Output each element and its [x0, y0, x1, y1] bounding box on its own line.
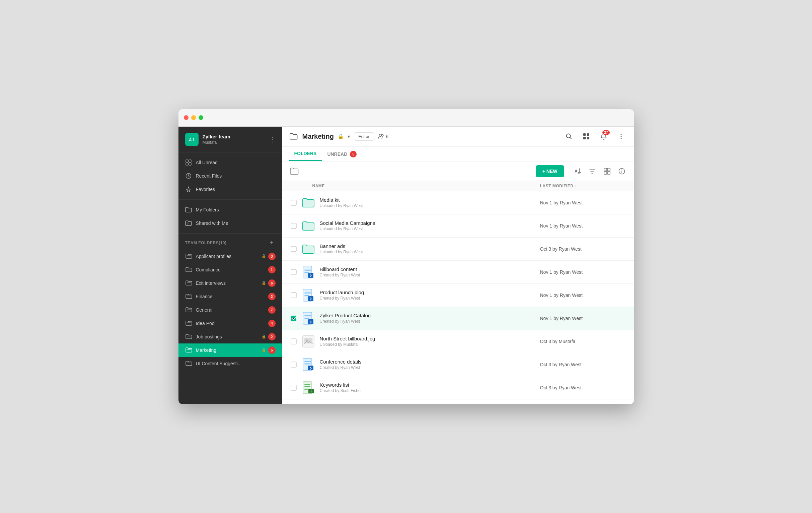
file-modified-date: Nov 1 by Ryan West [540, 293, 627, 298]
clock-icon [185, 172, 192, 179]
app-window: ZT Zylker team Mustafa ⋮ [178, 109, 634, 404]
file-info: Social Media CampaignsUploaded by Ryan W… [320, 220, 540, 231]
workspace-details: Zylker team Mustafa [203, 134, 230, 145]
svg-rect-23 [291, 200, 296, 206]
file-checkbox[interactable] [289, 383, 298, 393]
file-row[interactable]: Keywords listCreated by Scott FisherOct … [282, 376, 634, 399]
file-checkbox[interactable] [289, 221, 298, 231]
shared-with-me-label: Shared with Me [196, 220, 228, 226]
personal-folders: My Folders Shared with Me [178, 200, 282, 234]
close-dot[interactable] [184, 115, 188, 120]
file-checkbox[interactable] [289, 244, 298, 254]
workspace-header: ZT Zylker team Mustafa ⋮ [178, 127, 282, 153]
file-name: Media kit [320, 197, 540, 203]
file-subtitle: Created by Ryan West [320, 296, 540, 301]
new-button[interactable]: + NEW [536, 165, 564, 177]
file-list-header: NAME LAST MODIFIED ↓ [282, 181, 634, 191]
tab-unread[interactable]: UNREAD 5 [322, 147, 362, 162]
file-checkbox[interactable] [289, 314, 298, 323]
sidebar-folder-ui-content[interactable]: UI Content Suggesti... [178, 357, 282, 370]
sidebar-item-recent-files[interactable]: Recent Files [178, 169, 282, 183]
file-name: Billboard content [320, 266, 540, 272]
folder-badge: 2 [268, 333, 276, 341]
tab-unread-label: UNREAD [327, 152, 347, 157]
file-modified-date: Oct 3 by Ryan West [540, 362, 627, 367]
info-button[interactable] [616, 166, 627, 177]
tab-folders[interactable]: FOLDERS [289, 147, 322, 161]
workspace-menu-button[interactable]: ⋮ [269, 136, 276, 143]
file-checkbox[interactable] [289, 360, 298, 369]
header-chevron-icon[interactable]: ▾ [348, 134, 350, 139]
file-type-icon [302, 335, 315, 348]
notifications-button[interactable]: 27 [598, 130, 610, 142]
svg-rect-3 [189, 163, 191, 165]
file-info: Keywords listCreated by Scott Fisher [320, 382, 540, 393]
svg-rect-19 [604, 171, 607, 174]
apps-button[interactable] [580, 130, 592, 142]
folder-badge: 6 [268, 279, 276, 287]
window-controls [184, 115, 203, 120]
svg-rect-24 [291, 223, 296, 228]
svg-rect-0 [186, 160, 188, 162]
file-checkbox[interactable] [289, 198, 298, 208]
minimize-dot[interactable] [191, 115, 196, 120]
folder-badge: 1 [268, 266, 276, 273]
team-folder-name: Idea Pool [196, 321, 266, 326]
sidebar-item-my-folders[interactable]: My Folders [178, 203, 282, 216]
team-folder-icon [185, 347, 193, 354]
team-folder-name: Marketing [196, 348, 260, 353]
sidebar-folder-marketing[interactable]: Marketing🔒5 [178, 344, 282, 357]
new-button-label: + NEW [543, 168, 557, 174]
sort-az-button[interactable]: A Z [572, 166, 583, 177]
more-options-button[interactable] [615, 130, 627, 142]
unread-tab-badge: 5 [350, 151, 357, 158]
sidebar-item-all-unread[interactable]: All Unread [178, 156, 282, 169]
filter-button[interactable] [587, 166, 598, 177]
file-checkbox[interactable] [289, 291, 298, 300]
sidebar-folder-job-postings[interactable]: Job postings🔒2 [178, 330, 282, 344]
team-folder-icon [185, 320, 193, 327]
file-row[interactable]: Banner adsUploaded by Ryan WestOct 3 by … [282, 238, 634, 261]
sidebar-item-shared-with-me[interactable]: Shared with Me [178, 216, 282, 230]
sidebar-folder-idea-pool[interactable]: Idea Pool4 [178, 317, 282, 330]
file-checkbox[interactable] [289, 267, 298, 277]
file-row[interactable]: Zylker Product CatalogCreated by Ryan We… [282, 307, 634, 330]
file-row[interactable]: Billboard contentCreated by Ryan WestNov… [282, 261, 634, 284]
file-checkbox[interactable] [289, 337, 298, 346]
add-folder-button[interactable]: + [267, 239, 276, 247]
sidebar-folder-applicant-profiles[interactable]: Applicant profiles🔒3 [178, 250, 282, 263]
view-toggle-button[interactable] [602, 166, 612, 177]
file-row[interactable]: Product launch blogCreated by Ryan WestN… [282, 284, 634, 307]
team-folder-icon [185, 266, 193, 273]
file-subtitle: Created by Ryan West [320, 365, 540, 370]
role-badge[interactable]: Editor [354, 132, 374, 141]
file-type-icon [302, 358, 315, 371]
file-info: Billboard contentCreated by Ryan West [320, 266, 540, 277]
sidebar-item-favorites[interactable]: Favorites [178, 183, 282, 196]
maximize-dot[interactable] [199, 115, 203, 120]
sidebar-folder-finance[interactable]: Finance2 [178, 290, 282, 303]
svg-point-12 [620, 134, 621, 135]
sidebar-folder-exit-interviews[interactable]: Exit interviews🔒6 [178, 276, 282, 290]
lock-icon: 🔒 [262, 281, 266, 285]
sidebar-nav: All Unread Recent Files [178, 153, 282, 200]
team-folder-icon [185, 333, 193, 341]
content-header: Marketing 🔒 ▾ Editor 6 [282, 127, 634, 147]
search-button[interactable] [563, 130, 575, 142]
sidebar-folder-general[interactable]: General7 [178, 303, 282, 317]
file-list: Media kitUploaded by Ryan WestNov 1 by R… [282, 191, 634, 404]
sidebar-folder-compliance[interactable]: Compliance1 [178, 263, 282, 276]
members-button[interactable]: 6 [378, 134, 388, 139]
file-row[interactable]: Media kitUploaded by Ryan WestNov 1 by R… [282, 191, 634, 214]
file-row[interactable]: Social Media CampaignsUploaded by Ryan W… [282, 214, 634, 238]
col-modified-header[interactable]: LAST MODIFIED ↓ [540, 184, 627, 188]
file-type-icon [302, 219, 315, 233]
header-title: Marketing [302, 133, 334, 140]
header-lock-icon: 🔒 [338, 134, 344, 139]
file-modified-date: Nov 1 by Ryan West [540, 316, 627, 321]
file-row[interactable]: Conference detailsCreated by Ryan WestOc… [282, 353, 634, 376]
file-subtitle: Uploaded by Ryan West [320, 226, 540, 231]
file-modified-date: Oct 3 by Ryan West [540, 385, 627, 390]
file-subtitle: Uploaded by Mustafa [320, 342, 540, 347]
file-row[interactable]: North Street billboard.jpgUploaded by Mu… [282, 330, 634, 353]
